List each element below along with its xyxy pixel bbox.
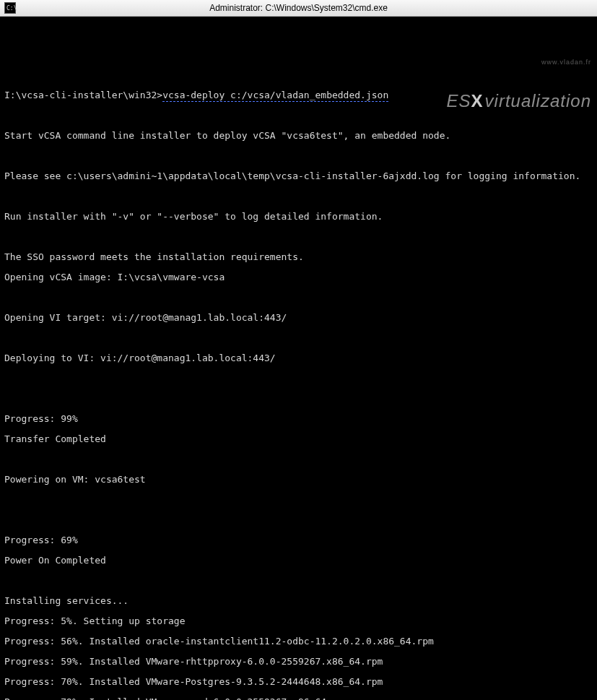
output-line: Progress: 99% (4, 414, 593, 424)
output-line: Progress: 5%. Setting up storage (4, 616, 593, 626)
prompt-line: I:\vcsa-cli-installer\win32>vcsa-deploy … (4, 90, 593, 100)
output-line: Progress: 79%. Installed VMware-vpxd-6.0… (4, 697, 593, 700)
typed-command: vcsa-deploy c:/vcsa/vladan_embedded.json (162, 90, 388, 102)
window-titlebar: C:\ Administrator: C:\Windows\System32\c… (0, 0, 597, 17)
output-line: The SSO password meets the installation … (4, 252, 593, 262)
output-line: Transfer Completed (4, 434, 593, 444)
cmd-icon: C:\ (4, 2, 16, 14)
output-line: Opening vCSA image: I:\vcsa\vmware-vcsa (4, 272, 593, 282)
output-line: Installing services... (4, 596, 593, 606)
output-line: Powering on VM: vcsa6test (4, 475, 593, 485)
output-line: Power On Completed (4, 556, 593, 566)
prompt-path: I:\vcsa-cli-installer\win32> (4, 90, 162, 100)
output-line: Deploying to VI: vi://root@manag1.lab.lo… (4, 353, 593, 363)
terminal-output[interactable]: www.vladan.fr ESXvirtualization I:\vcsa-… (0, 17, 597, 700)
output-line: Please see c:\users\admini~1\appdata\loc… (4, 171, 593, 181)
output-line: Progress: 70%. Installed VMware-Postgres… (4, 677, 593, 687)
output-line: Progress: 69% (4, 535, 593, 545)
output-line: Progress: 59%. Installed VMware-rhttppro… (4, 657, 593, 667)
watermark-url: www.vladan.fr (414, 57, 591, 67)
output-line: Run installer with "-v" or "--verbose" t… (4, 212, 593, 222)
output-line: Start vCSA command line installer to dep… (4, 131, 593, 141)
output-line: Opening VI target: vi://root@manag1.lab.… (4, 313, 593, 323)
window-title: Administrator: C:\Windows\System32\cmd.e… (209, 3, 388, 13)
watermark: www.vladan.fr ESXvirtualization (414, 37, 591, 137)
output-line: Progress: 56%. Installed oracle-instantc… (4, 636, 593, 647)
